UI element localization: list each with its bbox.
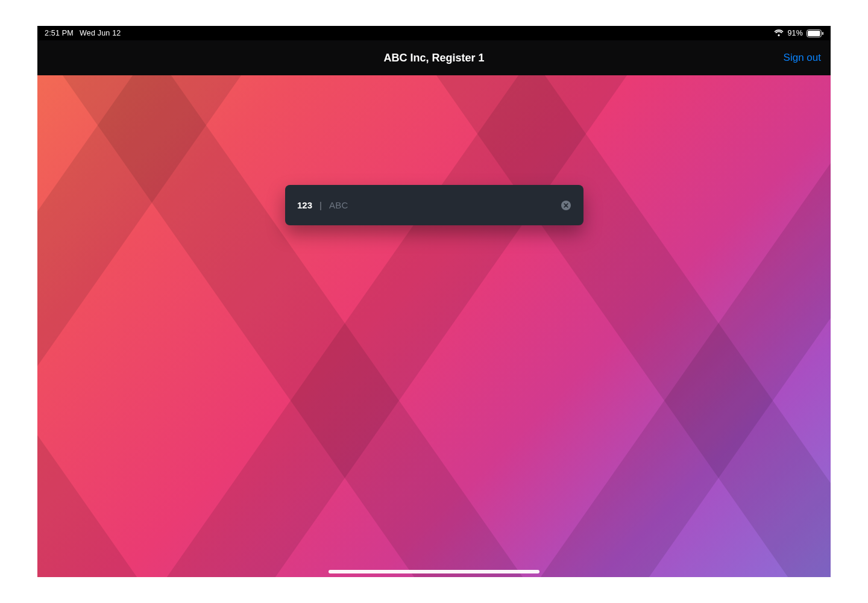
svg-rect-1 [808,31,820,36]
status-time: 2:51 PM [45,29,74,37]
keypad-mode-button[interactable]: 123 [297,200,312,210]
status-battery-pct: 91% [787,29,803,37]
pin-input-card[interactable]: 123 | ABC [285,185,583,225]
svg-rect-2 [822,32,823,35]
status-date: Wed Jun 12 [80,29,121,37]
sign-out-button[interactable]: Sign out [784,52,821,64]
status-bar: 2:51 PM Wed Jun 12 91% [37,26,831,40]
clear-input-button[interactable] [561,200,571,211]
wifi-icon [774,30,784,37]
home-indicator[interactable] [329,570,539,573]
page-title: ABC Inc, Register 1 [383,52,484,64]
background-chevrons [37,75,831,577]
screen: 2:51 PM Wed Jun 12 91% [37,26,831,577]
close-circle-icon [561,201,571,210]
content-area: 123 | ABC [37,75,831,577]
input-separator: | [318,200,323,210]
pin-input[interactable]: ABC [329,200,348,210]
battery-icon [807,30,823,37]
nav-bar: ABC Inc, Register 1 Sign out [37,40,831,75]
